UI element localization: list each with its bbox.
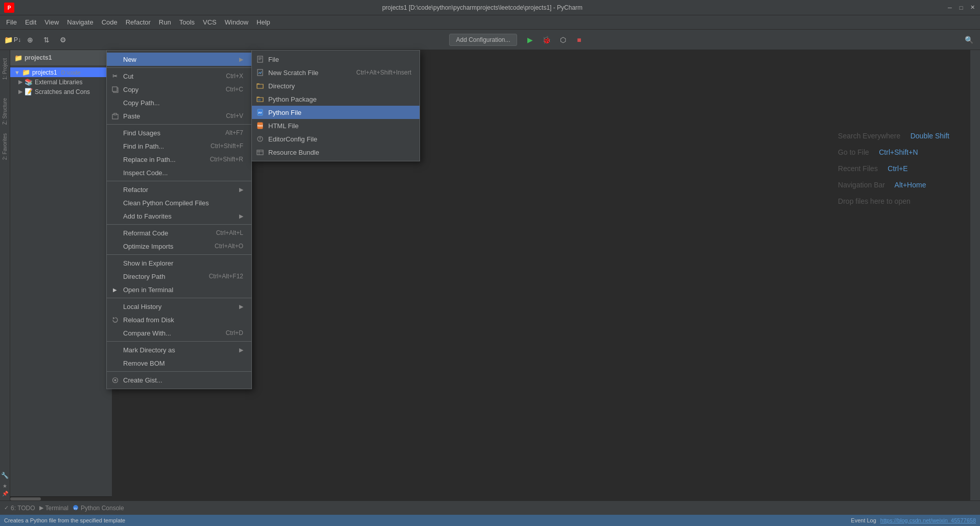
svg-text:html: html [258, 124, 263, 127]
svg-rect-13 [258, 69, 263, 76]
context-menu-item-clean-python[interactable]: Clean Python Compiled Files [107, 196, 251, 209]
context-menu-item-new[interactable]: New ▶ [107, 53, 251, 66]
ctx-paste-shortcut: Ctrl+V [226, 112, 243, 119]
tree-item-projects1[interactable]: ▼ 📁 projects1 D:\code [10, 67, 112, 77]
ctx-separator-5 [107, 254, 251, 255]
menu-view[interactable]: View [40, 16, 63, 28]
folder-icon: 📁 [22, 68, 30, 76]
context-menu-item-local-history[interactable]: Local History ▶ [107, 300, 251, 313]
status-url[interactable]: https://blog.csdn.net/weixin_45577658 [880, 517, 976, 523]
run-with-coverage-button[interactable]: ⬡ [556, 33, 570, 47]
left-sidebar-tabs: 1: Project Z: Structure 2: Favorites 🔧 ★… [0, 50, 10, 500]
context-menu-item-create-gist[interactable]: Create Gist... [107, 373, 251, 387]
sidebar-tab-structure[interactable]: Z: Structure [1, 94, 9, 129]
context-menu-item-mark-directory-as[interactable]: Mark Directory as ▶ [107, 343, 251, 356]
context-menu-item-directory-path[interactable]: Directory Path Ctrl+Alt+F12 [107, 270, 251, 283]
local-history-arrow-icon: ▶ [239, 303, 243, 310]
titlebar-title: projects1 [D:\code\python\pycharmproject… [18, 4, 946, 11]
search-everywhere-button[interactable]: 🔍 [962, 33, 976, 47]
menu-vcs[interactable]: VCS [199, 16, 221, 28]
sidebar-star-icon[interactable]: ★ [3, 483, 7, 491]
tree-item-external-libraries[interactable]: ▶ 📚 External Libraries [10, 77, 112, 87]
context-menu-item-inspect-code[interactable]: Inspect Code... [107, 166, 251, 179]
ctx-optimize-imports-shortcut: Ctrl+Alt+O [215, 243, 243, 250]
menu-help[interactable]: Help [252, 16, 274, 28]
submenu-new-item-resource-bundle[interactable]: Resource Bundle [252, 146, 419, 159]
ctx-create-gist-label: Create Gist... [123, 376, 243, 384]
context-menu-item-reload-from-disk[interactable]: Reload from Disk [107, 313, 251, 326]
context-menu-item-find-usages[interactable]: Find Usages Alt+F7 [107, 126, 251, 139]
mark-directory-arrow-icon: ▶ [239, 347, 243, 353]
hint-recent-files: Recent Files Ctrl+E [838, 164, 949, 173]
menu-run[interactable]: Run [155, 16, 175, 28]
menu-code[interactable]: Code [98, 16, 122, 28]
new-arrow-icon: ▶ [239, 56, 243, 63]
submenu-new-item-python-file[interactable]: py Python File [252, 106, 419, 119]
settings-button[interactable]: ⚙ [56, 33, 70, 47]
ctx-find-in-path-label: Find in Path... [123, 142, 206, 150]
context-menu-item-paste[interactable]: Paste Ctrl+V [107, 109, 251, 123]
event-log-label[interactable]: Event Log [851, 517, 876, 523]
tree-path-projects1: D:\code [61, 69, 81, 76]
project-folder-icon: 📁 [4, 36, 13, 44]
menu-edit[interactable]: Edit [21, 16, 40, 28]
tab-terminal[interactable]: ▶ Terminal [39, 505, 68, 512]
submenu-new-item-editorconfig[interactable]: EditorConfig File [252, 132, 419, 146]
sidebar-tab-project[interactable]: 1: Project [1, 54, 9, 84]
add-configuration-button[interactable]: Add Configuration... [449, 34, 517, 46]
svg-rect-22 [257, 150, 263, 155]
sidebar-wrench-icon[interactable]: 🔧 [1, 472, 9, 479]
tab-python-console[interactable]: py Python Console [73, 505, 124, 512]
scratch-file-icon [256, 68, 264, 77]
tree-item-scratches[interactable]: ▶ 📝 Scratches and Cons [10, 87, 112, 97]
submenu-new-item-html-file[interactable]: html HTML File [252, 119, 419, 132]
run-button[interactable]: ▶ [523, 33, 538, 47]
context-menu-item-copy-path[interactable]: Copy Path... [107, 96, 251, 109]
show-in-explorer-icon [111, 259, 119, 267]
ctx-local-history-label: Local History [123, 303, 235, 310]
replace-in-path-icon [111, 155, 119, 163]
context-menu-item-compare-with[interactable]: Compare With... Ctrl+D [107, 326, 251, 340]
context-menu-item-refactor[interactable]: Refactor ▶ [107, 183, 251, 196]
menu-navigate[interactable]: Navigate [63, 16, 97, 28]
menu-refactor[interactable]: Refactor [122, 16, 155, 28]
context-menu-item-add-favorites[interactable]: Add to Favorites ▶ [107, 209, 251, 223]
project-label: P↓ [14, 36, 21, 43]
stop-button[interactable]: ■ [572, 33, 587, 47]
bottom-tabs-bar: ✓ 6: TODO ▶ Terminal py Python Console [0, 500, 980, 515]
mark-directory-as-icon [111, 346, 119, 354]
minimize-button[interactable]: ─ [946, 4, 953, 11]
submenu-new-item-python-package[interactable]: py Python Package [252, 92, 419, 106]
optimize-imports-icon [111, 242, 119, 250]
maximize-button[interactable]: □ [958, 4, 965, 11]
submenu-resource-bundle-label: Resource Bundle [268, 149, 411, 156]
context-menu-item-replace-in-path[interactable]: Replace in Path... Ctrl+Shift+R [107, 153, 251, 166]
tab-todo[interactable]: ✓ 6: TODO [4, 505, 35, 512]
context-menu-item-remove-bom[interactable]: Remove BOM [107, 356, 251, 370]
submenu-new-item-file[interactable]: File [252, 53, 419, 66]
sidebar-tab-favorites[interactable]: 2: Favorites [1, 129, 9, 164]
context-menu-item-copy[interactable]: Copy Ctrl+C [107, 83, 251, 96]
context-menu-item-open-in-terminal[interactable]: ▶ Open in Terminal [107, 283, 251, 296]
panel-scrollbar[interactable] [10, 496, 112, 500]
submenu-new-item-directory[interactable]: Directory [252, 79, 419, 92]
context-menu-item-reformat-code[interactable]: Reformat Code Ctrl+Alt+L [107, 226, 251, 240]
hint-goto-key: Ctrl+Shift+N [879, 148, 918, 156]
submenu-editorconfig-label: EditorConfig File [268, 135, 411, 143]
submenu-new-item-scratch[interactable]: New Scratch File Ctrl+Alt+Shift+Insert [252, 66, 419, 79]
cut-icon: ✂ [111, 72, 119, 80]
context-menu-item-optimize-imports[interactable]: Optimize Imports Ctrl+Alt+O [107, 240, 251, 253]
menu-window[interactable]: Window [221, 16, 252, 28]
close-button[interactable]: ✕ [969, 4, 976, 11]
new-icon [111, 55, 119, 63]
navigate-back-button[interactable]: ⊕ [23, 33, 37, 47]
debug-button[interactable]: 🐞 [540, 33, 554, 47]
navigate-forward-button[interactable]: ⇅ [39, 33, 54, 47]
menu-file[interactable]: File [2, 16, 21, 28]
context-menu-item-show-in-explorer[interactable]: Show in Explorer [107, 256, 251, 270]
context-menu-item-cut[interactable]: ✂ Cut Ctrl+X [107, 69, 251, 83]
sidebar-pin-icon[interactable]: 📌 [2, 491, 8, 500]
submenu-scratch-label: New Scratch File [268, 69, 352, 77]
context-menu-item-find-in-path[interactable]: Find in Path... Ctrl+Shift+F [107, 139, 251, 153]
menu-tools[interactable]: Tools [175, 16, 199, 28]
